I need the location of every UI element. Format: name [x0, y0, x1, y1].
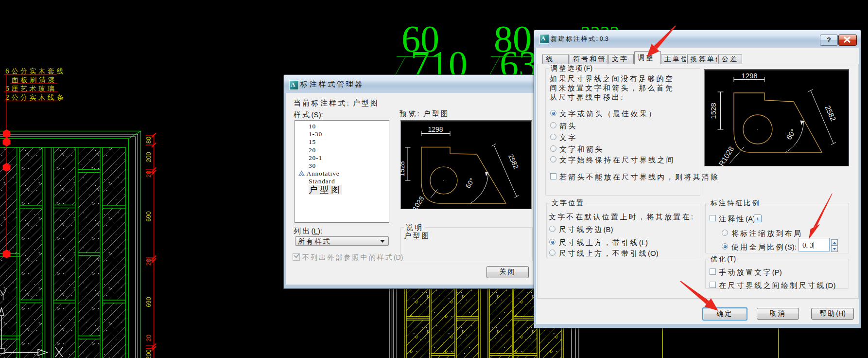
svg-text:1528: 1528: [709, 103, 717, 119]
svg-text:1298: 1298: [428, 125, 443, 133]
svg-text:1298: 1298: [741, 72, 757, 80]
svg-text:1528: 1528: [400, 161, 406, 176]
